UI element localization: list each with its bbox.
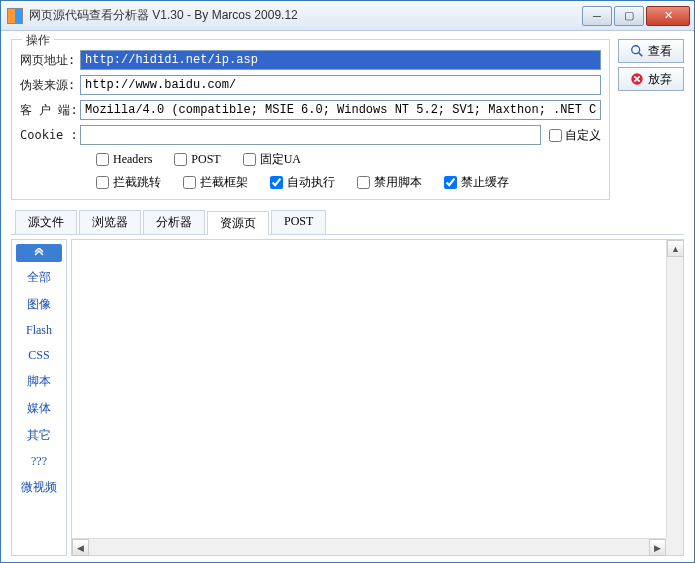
sidebar-item-unknown[interactable]: ??? — [16, 451, 62, 472]
sidebar-item-flash[interactable]: Flash — [16, 320, 62, 341]
cookie-input[interactable] — [80, 125, 541, 145]
titlebar[interactable]: 网页源代码查看分析器 V1.30 - By Marcos 2009.12 ─ ▢… — [1, 1, 694, 31]
cookie-label: Cookie : — [20, 128, 80, 142]
block-frame-checkbox[interactable]: 拦截框架 — [183, 174, 248, 191]
custom-checkbox[interactable]: 自定义 — [549, 127, 601, 144]
tab-browser[interactable]: 浏览器 — [79, 210, 141, 234]
sidebar-item-other[interactable]: 其它 — [16, 424, 62, 447]
svg-point-0 — [632, 46, 640, 54]
window-controls: ─ ▢ ✕ — [582, 6, 694, 26]
app-icon — [7, 8, 23, 24]
tab-resources[interactable]: 资源页 — [207, 211, 269, 235]
post-checkbox[interactable]: POST — [174, 151, 220, 168]
tab-analyzer[interactable]: 分析器 — [143, 210, 205, 234]
close-button[interactable]: ✕ — [646, 6, 690, 26]
chevron-up-icon — [34, 248, 44, 258]
block-redirect-checkbox[interactable]: 拦截跳转 — [96, 174, 161, 191]
view-button-label: 查看 — [648, 43, 672, 60]
cancel-icon — [630, 72, 644, 86]
operations-legend: 操作 — [22, 32, 54, 49]
url-label: 网页地址: — [20, 52, 80, 69]
maximize-button[interactable]: ▢ — [614, 6, 644, 26]
sidebar-item-script[interactable]: 脚本 — [16, 370, 62, 393]
scroll-up-arrow-icon[interactable]: ▲ — [667, 240, 684, 257]
vertical-scrollbar[interactable]: ▲ — [666, 240, 683, 538]
custom-checkbox-label: 自定义 — [565, 127, 601, 144]
horizontal-scrollbar[interactable]: ◀ ▶ — [72, 538, 666, 555]
app-window: 网页源代码查看分析器 V1.30 - By Marcos 2009.12 ─ ▢… — [0, 0, 695, 563]
magnifier-icon — [630, 44, 644, 58]
scroll-left-arrow-icon[interactable]: ◀ — [72, 539, 89, 556]
referer-label: 伪装来源: — [20, 77, 80, 94]
client-area: 操作 网页地址: 伪装来源: 客 户 端: Cookie : — [1, 31, 694, 562]
abort-button-label: 放弃 — [648, 71, 672, 88]
referer-input[interactable] — [80, 75, 601, 95]
sidebar-item-css[interactable]: CSS — [16, 345, 62, 366]
tab-strip: 源文件 浏览器 分析器 资源页 POST — [11, 210, 684, 235]
disable-cache-checkbox[interactable]: 禁止缓存 — [444, 174, 509, 191]
client-input[interactable] — [80, 100, 601, 120]
window-title: 网页源代码查看分析器 V1.30 - By Marcos 2009.12 — [29, 7, 582, 24]
headers-checkbox[interactable]: Headers — [96, 151, 152, 168]
sidebar-item-media[interactable]: 媒体 — [16, 397, 62, 420]
tab-source[interactable]: 源文件 — [15, 210, 77, 234]
custom-checkbox-input[interactable] — [549, 129, 562, 142]
sidebar-item-image[interactable]: 图像 — [16, 293, 62, 316]
minimize-button[interactable]: ─ — [582, 6, 612, 26]
resource-sidebar: 全部 图像 Flash CSS 脚本 媒体 其它 ??? 微视频 — [11, 239, 67, 556]
client-label: 客 户 端: — [20, 102, 80, 119]
scroll-corner — [666, 538, 683, 555]
auto-exec-checkbox[interactable]: 自动执行 — [270, 174, 335, 191]
url-input[interactable] — [80, 50, 601, 70]
disable-script-checkbox[interactable]: 禁用脚本 — [357, 174, 422, 191]
sidebar-item-microvideo[interactable]: 微视频 — [16, 476, 62, 499]
svg-line-1 — [639, 53, 643, 57]
fixed-ua-checkbox[interactable]: 固定UA — [243, 151, 301, 168]
scroll-right-arrow-icon[interactable]: ▶ — [649, 539, 666, 556]
operations-group: 操作 网页地址: 伪装来源: 客 户 端: Cookie : — [11, 39, 610, 200]
content-pane: ▲ ◀ ▶ — [71, 239, 684, 556]
tab-post[interactable]: POST — [271, 210, 326, 234]
view-button[interactable]: 查看 — [618, 39, 684, 63]
abort-button[interactable]: 放弃 — [618, 67, 684, 91]
sidebar-item-all[interactable]: 全部 — [16, 266, 62, 289]
sidebar-collapse-button[interactable] — [16, 244, 62, 262]
